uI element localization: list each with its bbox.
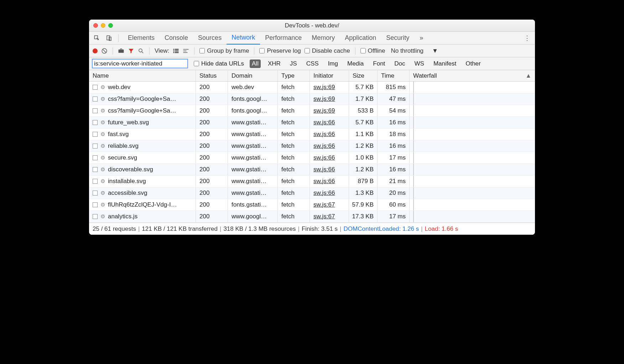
table-row[interactable]: ⚙css?family=Google+Sa…200fonts.googl…fet…: [89, 93, 535, 105]
filter-type-js[interactable]: JS: [288, 59, 299, 68]
maximize-button[interactable]: [108, 23, 113, 28]
inspect-icon[interactable]: [92, 33, 102, 43]
record-button[interactable]: [93, 48, 98, 53]
offline-checkbox[interactable]: Offline: [360, 47, 385, 54]
column-header-name[interactable]: Name: [89, 70, 196, 81]
service-worker-icon: ⚙: [100, 108, 105, 114]
filter-type-manifest[interactable]: Manifest: [431, 59, 458, 68]
initiator-link[interactable]: sw.js:69: [313, 95, 335, 103]
clear-icon[interactable]: [101, 48, 108, 54]
filter-type-media[interactable]: Media: [345, 59, 366, 68]
filter-type-xhr[interactable]: XHR: [266, 59, 283, 68]
tab-elements[interactable]: Elements: [123, 32, 160, 45]
table-row[interactable]: ⚙discoverable.svg200www.gstati…fetchsw.j…: [89, 164, 535, 176]
row-checkbox[interactable]: [93, 202, 98, 207]
large-rows-icon[interactable]: [173, 48, 179, 54]
cell-initiator: sw.js:69: [310, 93, 349, 105]
filter-type-other[interactable]: Other: [463, 59, 483, 68]
table-row[interactable]: ⚙reliable.svg200www.gstati…fetchsw.js:66…: [89, 140, 535, 152]
hide-data-urls-checkbox[interactable]: Hide data URLs: [194, 60, 244, 67]
filter-type-doc[interactable]: Doc: [392, 59, 407, 68]
more-tabs-icon[interactable]: »: [416, 33, 426, 43]
table-row[interactable]: ⚙secure.svg200www.gstati…fetchsw.js:661.…: [89, 152, 535, 164]
table-row[interactable]: ⚙fast.svg200www.gstati…fetchsw.js:661.1 …: [89, 129, 535, 140]
table-row[interactable]: ⚙web.dev200web.devfetchsw.js:695.7 KB815…: [89, 82, 535, 93]
column-header-time[interactable]: Time: [378, 70, 410, 81]
filter-type-img[interactable]: Img: [326, 59, 340, 68]
initiator-link[interactable]: sw.js:66: [313, 131, 335, 138]
table-row[interactable]: ⚙accessible.svg200www.gstati…fetchsw.js:…: [89, 187, 535, 199]
capture-screenshots-icon[interactable]: [118, 48, 124, 54]
tab-console[interactable]: Console: [160, 32, 193, 45]
separator: |: [298, 225, 300, 233]
initiator-link[interactable]: sw.js:69: [313, 84, 335, 91]
overview-icon[interactable]: [183, 48, 189, 54]
cell-size: 1.2 KB: [349, 164, 378, 175]
tab-performance[interactable]: Performance: [260, 32, 307, 45]
row-checkbox[interactable]: [93, 120, 98, 125]
initiator-link[interactable]: sw.js:66: [313, 119, 335, 126]
table-row[interactable]: ⚙flUhRq6tzZclQEJ-Vdg-I…200fonts.gstati…f…: [89, 199, 535, 211]
hide-data-urls-input[interactable]: [194, 61, 199, 66]
preserve-log-input[interactable]: [259, 48, 265, 53]
initiator-link[interactable]: sw.js:67: [313, 213, 335, 220]
filter-type-css[interactable]: CSS: [304, 59, 321, 68]
disable-cache-checkbox[interactable]: Disable cache: [305, 47, 350, 54]
column-header-status[interactable]: Status: [196, 70, 228, 81]
initiator-link[interactable]: sw.js:66: [313, 142, 335, 150]
row-checkbox[interactable]: [93, 132, 98, 137]
initiator-link[interactable]: sw.js:66: [313, 189, 335, 197]
kebab-menu-icon[interactable]: ⋮: [522, 33, 532, 43]
initiator-link[interactable]: sw.js:66: [313, 154, 335, 161]
offline-input[interactable]: [360, 48, 366, 53]
row-checkbox[interactable]: [93, 144, 98, 149]
filter-input[interactable]: [92, 59, 188, 68]
minimize-button[interactable]: [101, 23, 105, 28]
group-by-frame-input[interactable]: [199, 48, 205, 53]
svg-rect-6: [173, 49, 175, 50]
column-header-waterfall[interactable]: Waterfall▲: [410, 70, 535, 81]
row-checkbox[interactable]: [93, 85, 98, 90]
close-button[interactable]: [93, 23, 98, 28]
row-checkbox[interactable]: [93, 97, 98, 102]
table-row[interactable]: ⚙future_web.svg200www.gstati…fetchsw.js:…: [89, 117, 535, 129]
tab-security[interactable]: Security: [381, 32, 414, 45]
cell-status: 200: [196, 176, 228, 187]
device-toggle-icon[interactable]: [104, 33, 114, 43]
row-checkbox[interactable]: [93, 167, 98, 172]
column-header-domain[interactable]: Domain: [228, 70, 278, 81]
row-checkbox[interactable]: [93, 214, 98, 219]
filter-type-font[interactable]: Font: [371, 59, 387, 68]
cell-size: 533 B: [349, 105, 378, 116]
row-checkbox[interactable]: [93, 191, 98, 196]
tab-memory[interactable]: Memory: [307, 32, 340, 45]
filter-type-ws[interactable]: WS: [412, 59, 426, 68]
group-by-frame-checkbox[interactable]: Group by frame: [199, 47, 249, 54]
initiator-link[interactable]: sw.js:66: [313, 166, 335, 173]
column-header-initiator[interactable]: Initiator: [310, 70, 349, 81]
table-row[interactable]: ⚙css?family=Google+Sa…200fonts.googl…fet…: [89, 105, 535, 117]
filter-icon[interactable]: [128, 48, 134, 54]
table-row[interactable]: ⚙installable.svg200www.gstati…fetchsw.js…: [89, 176, 535, 187]
waterfall-marker-gray: [413, 129, 414, 140]
cell-waterfall: [410, 93, 535, 105]
initiator-link[interactable]: sw.js:69: [313, 107, 335, 114]
initiator-link[interactable]: sw.js:66: [313, 178, 335, 185]
column-header-type[interactable]: Type: [278, 70, 310, 81]
row-checkbox[interactable]: [93, 179, 98, 184]
tab-network[interactable]: Network: [227, 32, 260, 45]
throttling-select[interactable]: No throttling ▼: [389, 47, 440, 55]
search-icon[interactable]: [138, 48, 144, 54]
status-transferred: 121 KB / 121 KB transferred: [142, 225, 218, 233]
filter-type-all[interactable]: All: [250, 59, 261, 68]
disable-cache-input[interactable]: [305, 48, 310, 53]
table-row[interactable]: ⚙analytics.js200www.googl…fetchsw.js:671…: [89, 211, 535, 223]
row-checkbox[interactable]: [93, 155, 98, 160]
tab-sources[interactable]: Sources: [193, 32, 227, 45]
column-header-size[interactable]: Size: [349, 70, 378, 81]
tab-application[interactable]: Application: [340, 32, 381, 45]
request-name: secure.svg: [108, 154, 137, 161]
row-checkbox[interactable]: [93, 108, 98, 113]
initiator-link[interactable]: sw.js:67: [313, 201, 335, 208]
preserve-log-checkbox[interactable]: Preserve log: [259, 47, 301, 54]
